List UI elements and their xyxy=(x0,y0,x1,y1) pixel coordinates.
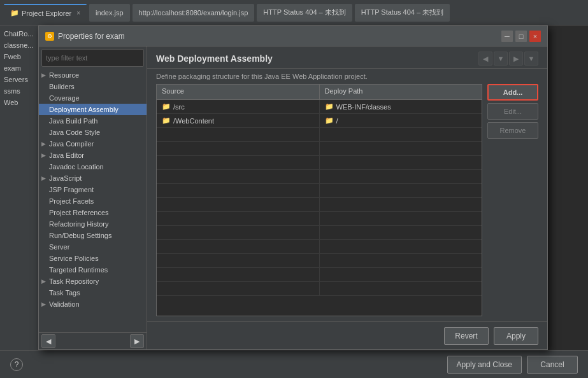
tree-item-run-debug[interactable]: Run/Debug Settings xyxy=(39,230,147,241)
dialog-bottom: Revert Apply xyxy=(147,321,547,349)
tree-item-project-references[interactable]: Project References xyxy=(39,207,147,218)
tree-item-service-policies[interactable]: Service Policies xyxy=(39,253,147,264)
tree-item-javadoc[interactable]: Javadoc Location xyxy=(39,161,147,172)
tree-item-builders[interactable]: Builders xyxy=(39,81,147,92)
tree-scroll-left[interactable]: ◀ xyxy=(41,334,55,348)
table-area: Source Deploy Path 📁 /src 📁 xyxy=(147,84,547,321)
taskbar-item-index-jsp[interactable]: index.jsp xyxy=(89,4,129,22)
properties-dialog: ⚙ Properties for exam ─ □ × ▶ Resource xyxy=(38,25,548,350)
edit-button[interactable]: Edit... xyxy=(487,103,538,120)
tree-item-resource[interactable]: ▶ Resource xyxy=(39,69,147,81)
content-description: Define packaging structure for this Java… xyxy=(147,69,547,84)
project-explorer-icon: 📁 xyxy=(10,9,19,17)
tree-scroll[interactable]: ▶ Resource Builders Coverage Deployment … xyxy=(39,69,147,332)
tree-arrow-js: ▶ xyxy=(41,175,49,181)
tree-panel: ▶ Resource Builders Coverage Deployment … xyxy=(39,46,147,349)
taskbar: 📁 Project Explorer × index.jsp http://lo… xyxy=(0,0,588,25)
dialog-controls: ─ □ × xyxy=(501,31,541,42)
revert-button[interactable]: Revert xyxy=(444,327,489,345)
close-dialog-button[interactable]: × xyxy=(529,31,541,42)
table-row-empty-4[interactable] xyxy=(157,170,482,184)
apply-button[interactable]: Apply xyxy=(494,327,538,345)
table-row-empty-10[interactable] xyxy=(157,254,482,268)
td-source-src: 📁 /src xyxy=(157,100,320,113)
table-row-empty-9[interactable] xyxy=(157,240,482,254)
content-panel: Web Deployment Assembly ◀ ▼ ▶ ▼ Define p… xyxy=(147,46,547,349)
tree-item-java-build-path[interactable]: Java Build Path xyxy=(39,115,147,127)
table-row-webcontent[interactable]: 📁 /WebContent 📁 / xyxy=(157,114,482,128)
table-row-empty-2[interactable] xyxy=(157,142,482,156)
tree-item-project-facets[interactable]: Project Facets xyxy=(39,195,147,207)
tree-arrow-jcompiler: ▶ xyxy=(41,141,49,147)
action-buttons: Add... Edit... Remove xyxy=(487,84,538,316)
window-bottom: ? Apply and Close Cancel xyxy=(0,350,588,378)
content-header: Web Deployment Assembly ◀ ▼ ▶ ▼ xyxy=(147,46,547,69)
nav-back-button[interactable]: ◀ xyxy=(478,52,492,66)
tree-item-java-compiler[interactable]: ▶ Java Compiler xyxy=(39,138,147,150)
help-icon[interactable]: ? xyxy=(10,358,23,371)
table-body: 📁 /src 📁 WEB-INF/classes 📁 xyxy=(157,100,482,316)
nav-forward-dropdown-button[interactable]: ▼ xyxy=(524,52,538,66)
tree-item-deployment-assembly[interactable]: Deployment Assembly xyxy=(39,104,147,115)
table-row-empty-12[interactable] xyxy=(157,282,482,296)
tree-item-java-code-style[interactable]: Java Code Style xyxy=(39,127,147,138)
tree-item-javascript[interactable]: ▶ JavaScript xyxy=(39,172,147,184)
tree-arrow-validation: ▶ xyxy=(41,301,49,307)
col-header-source: Source xyxy=(157,85,320,99)
cancel-button[interactable]: Cancel xyxy=(527,356,578,374)
apply-and-close-button[interactable]: Apply and Close xyxy=(447,356,522,374)
tree-item-targeted-runtimes[interactable]: Targeted Runtimes xyxy=(39,264,147,276)
taskbar-item-http404-1[interactable]: HTTP Status 404 – 未找到 xyxy=(257,4,352,22)
tree-item-validation[interactable]: ▶ Validation xyxy=(39,298,147,310)
table-row-empty-6[interactable] xyxy=(157,198,482,212)
tree-filter-input[interactable] xyxy=(41,49,144,67)
nav-buttons: ◀ ▼ ▶ ▼ xyxy=(478,52,538,66)
nav-dropdown-button[interactable]: ▼ xyxy=(494,52,508,66)
remove-button[interactable]: Remove xyxy=(487,122,538,139)
dialog-body: ▶ Resource Builders Coverage Deployment … xyxy=(39,46,547,349)
tree-item-task-tags[interactable]: Task Tags xyxy=(39,287,147,298)
taskbar-item-http404-2[interactable]: HTTP Status 404 – 未找到 xyxy=(355,4,450,22)
tree-scroll-right[interactable]: ▶ xyxy=(130,334,144,348)
maximize-button[interactable]: □ xyxy=(515,31,527,42)
tree-arrow-resource: ▶ xyxy=(41,72,49,78)
col-header-deploy: Deploy Path xyxy=(320,85,482,99)
td-source-webcontent: 📁 /WebContent xyxy=(157,114,320,127)
folder-icon-webcontent: 📁 xyxy=(162,116,171,125)
table-row-empty-1[interactable] xyxy=(157,128,482,142)
tree-item-coverage[interactable]: Coverage xyxy=(39,92,147,104)
folder-icon-src: 📁 xyxy=(162,102,171,111)
td-deploy-src: 📁 WEB-INF/classes xyxy=(320,100,482,113)
table-header: Source Deploy Path xyxy=(157,85,482,100)
tree-item-server[interactable]: Server xyxy=(39,241,147,253)
tree-arrow-jeditor: ▶ xyxy=(41,152,49,158)
dialog-icon: ⚙ xyxy=(45,32,54,41)
folder-icon-webinf: 📁 xyxy=(325,102,334,111)
minimize-button[interactable]: ─ xyxy=(501,31,513,42)
table-row-empty-7[interactable] xyxy=(157,212,482,226)
tree-item-task-repository[interactable]: ▶ Task Repository xyxy=(39,276,147,287)
table-row-empty-11[interactable] xyxy=(157,268,482,282)
dialog-titlebar: ⚙ Properties for exam ─ □ × xyxy=(39,26,547,46)
tree-arrow-taskrepo: ▶ xyxy=(41,278,49,284)
tree-item-refactoring[interactable]: Refactoring History xyxy=(39,218,147,230)
table-row-empty-5[interactable] xyxy=(157,184,482,198)
table-row-src[interactable]: 📁 /src 📁 WEB-INF/classes xyxy=(157,100,482,114)
dialog-title-left: ⚙ Properties for exam xyxy=(45,32,125,41)
nav-forward-button[interactable]: ▶ xyxy=(509,52,523,66)
dialog-title: Properties for exam xyxy=(58,32,125,41)
td-deploy-webcontent: 📁 / xyxy=(320,114,482,127)
tree-item-java-editor[interactable]: ▶ Java Editor xyxy=(39,150,147,161)
deploy-table: Source Deploy Path 📁 /src 📁 xyxy=(156,84,482,316)
window-bottom-right: Apply and Close Cancel xyxy=(447,356,578,374)
content-title: Web Deployment Assembly xyxy=(156,53,273,64)
taskbar-item-project-explorer[interactable]: 📁 Project Explorer × xyxy=(4,4,87,22)
add-button[interactable]: Add... xyxy=(487,84,538,101)
table-row-empty-3[interactable] xyxy=(157,156,482,170)
table-row-empty-8[interactable] xyxy=(157,226,482,240)
close-project-explorer-icon[interactable]: × xyxy=(76,10,80,17)
folder-icon-root: 📁 xyxy=(325,116,334,125)
taskbar-item-login[interactable]: http://localhost:8080/exam/login.jsp xyxy=(133,4,255,22)
main-area: ChatRo... classne... Fweb exam Servers s… xyxy=(0,25,588,378)
tree-item-jsp-fragment[interactable]: JSP Fragment xyxy=(39,184,147,195)
